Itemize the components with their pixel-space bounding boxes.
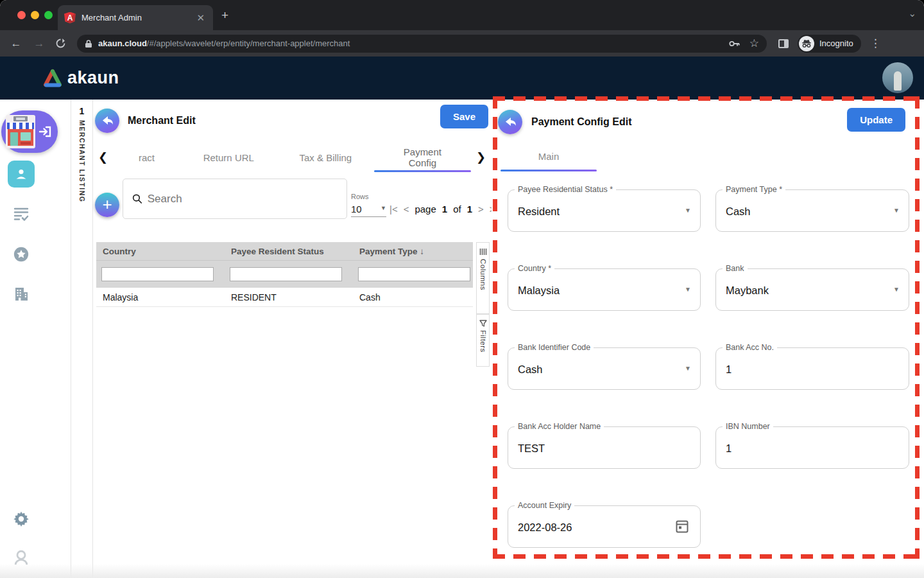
- filters-toggle[interactable]: Filters: [476, 314, 490, 367]
- columns-toggle[interactable]: Columns: [476, 242, 490, 314]
- sidebar-item-profile[interactable]: [13, 549, 30, 566]
- rows-dropdown-icon: ▼: [381, 205, 386, 211]
- tab-main[interactable]: Main: [501, 146, 597, 171]
- browser-toolbar: ← → akaun.cloud/#/applets/wavelet/erp/en…: [0, 30, 924, 57]
- address-bar[interactable]: akaun.cloud/#/applets/wavelet/erp/entity…: [77, 35, 767, 53]
- column-country[interactable]: Country: [96, 247, 225, 256]
- person-icon: [14, 167, 28, 181]
- app-content: 1 MERCHANT LISTING Merchant Edit Save ❮ …: [0, 100, 924, 578]
- add-record-button[interactable]: +: [95, 193, 119, 217]
- current-page: 1: [442, 204, 447, 215]
- search-box[interactable]: [123, 179, 347, 219]
- active-tab-underline: [501, 170, 597, 171]
- filter-payee-status-input[interactable]: [230, 267, 342, 281]
- table-header-row: Country Payee Resident Status Payment Ty…: [96, 242, 473, 261]
- tab-close-icon[interactable]: ✕: [194, 12, 207, 24]
- tab-return-url[interactable]: Return URL: [180, 143, 277, 172]
- first-page-button[interactable]: |<: [389, 204, 398, 215]
- incognito-badge: Incognito: [798, 35, 861, 53]
- save-button[interactable]: Save: [440, 105, 488, 128]
- browser-tab[interactable]: A Merchant Admin ✕: [58, 5, 213, 30]
- tab-tax-billing[interactable]: Tax & Billing: [277, 143, 374, 172]
- browser-menu-icon[interactable]: ⋮: [870, 37, 881, 50]
- cell-payment-type: Cash: [353, 292, 473, 302]
- rows-label: Rows: [351, 193, 369, 200]
- field-bank-acc-no[interactable]: Bank Acc No. 1: [715, 347, 909, 390]
- payment-config-form: Payee Residential Status * Resident ▼ Pa…: [508, 189, 909, 548]
- enter-applet-icon: [38, 124, 53, 139]
- table-row[interactable]: Malaysia RESIDENT Cash: [96, 288, 473, 307]
- tab-payment-config[interactable]: Payment Config: [374, 143, 471, 172]
- prev-page-button[interactable]: <: [404, 204, 409, 215]
- tab-contract[interactable]: ract: [113, 143, 180, 172]
- sidebar-item-organization[interactable]: [13, 286, 30, 302]
- active-tab-underline: [374, 170, 471, 172]
- column-payee-resident-status[interactable]: Payee Resident Status: [225, 247, 353, 256]
- search-input[interactable]: [148, 193, 338, 206]
- total-pages: 1: [467, 204, 472, 215]
- calendar-icon[interactable]: [676, 519, 689, 533]
- back-arrow-icon: [101, 115, 114, 127]
- tabs-scroll-right-icon[interactable]: ❯: [471, 150, 491, 164]
- search-icon: [132, 193, 142, 204]
- sidebar-item-tasks[interactable]: [13, 206, 30, 222]
- list-check-icon: [13, 206, 30, 222]
- active-applet-merchant[interactable]: [1, 110, 58, 153]
- applet-tab-label: MERCHANT LISTING: [78, 120, 86, 202]
- bookmark-star-icon[interactable]: ☆: [749, 39, 759, 48]
- rows-per-page: Rows 10▼: [351, 190, 386, 217]
- back-arrow-icon: [504, 116, 517, 128]
- tab-search-chevron-icon[interactable]: ⌄: [908, 8, 916, 19]
- next-page-button[interactable]: >: [478, 204, 484, 215]
- dropdown-arrow-icon: ▼: [893, 207, 900, 214]
- pagination: |< < page 1 of 1 > >|: [389, 204, 497, 215]
- rows-select[interactable]: 10▼: [351, 204, 386, 217]
- back-button[interactable]: ←: [9, 37, 23, 50]
- minimize-window-button[interactable]: [31, 11, 39, 19]
- field-bank-acc-holder-name[interactable]: Bank Acc Holder Name TEST: [508, 426, 701, 469]
- tabs-scroll-left-icon[interactable]: ❮: [93, 150, 113, 164]
- field-payee-residential-status[interactable]: Payee Residential Status * Resident ▼: [508, 189, 701, 232]
- dropdown-arrow-icon: ▼: [685, 286, 691, 293]
- sort-desc-icon: ↓: [420, 247, 424, 256]
- field-payment-type[interactable]: Payment Type * Cash ▼: [715, 189, 909, 232]
- back-button-payment-config[interactable]: [498, 110, 522, 134]
- update-button[interactable]: Update: [847, 108, 905, 132]
- field-bank[interactable]: Bank Maybank ▼: [715, 268, 909, 311]
- applet-tab-index: 1: [71, 106, 92, 116]
- new-tab-button[interactable]: +: [221, 9, 228, 21]
- merchant-edit-tabs: ❮ ract Return URL Tax & Billing Payment …: [93, 143, 491, 172]
- sidebar-item-favorites[interactable]: [13, 246, 30, 263]
- applet-tab-merchant-listing[interactable]: 1 MERCHANT LISTING: [71, 100, 93, 578]
- field-country[interactable]: Country * Malaysia ▼: [508, 268, 701, 311]
- sidebar-item-settings[interactable]: [13, 511, 30, 527]
- close-window-button[interactable]: [17, 11, 26, 19]
- column-payment-type[interactable]: Payment Type ↓: [353, 247, 473, 256]
- dropdown-arrow-icon: ▼: [893, 286, 900, 293]
- akaun-triangle-icon: [42, 69, 63, 88]
- shop-icon: [6, 115, 35, 148]
- field-ibn-number[interactable]: IBN Number 1: [715, 426, 909, 469]
- password-key-icon[interactable]: [729, 40, 740, 48]
- lock-icon: [85, 39, 92, 48]
- cell-country: Malaysia: [96, 292, 225, 302]
- cell-payee-status: RESIDENT: [225, 292, 353, 302]
- field-bank-identifier-code[interactable]: Bank Identifier Code Cash ▼: [508, 347, 701, 390]
- building-icon: [13, 286, 30, 302]
- person-outline-icon: [13, 548, 30, 566]
- forward-button[interactable]: →: [32, 37, 46, 50]
- of-word: of: [453, 204, 461, 215]
- sidebar-item-contacts[interactable]: [8, 161, 35, 188]
- merchant-edit-panel: Merchant Edit Save ❮ ract Return URL Tax…: [93, 100, 491, 578]
- user-avatar[interactable]: [882, 62, 913, 93]
- side-panel-icon[interactable]: [778, 39, 789, 48]
- back-button-merchant[interactable]: [95, 109, 119, 133]
- reload-button[interactable]: [55, 38, 69, 49]
- app-header: akaun: [0, 57, 924, 100]
- filter-payment-type-input[interactable]: [358, 267, 470, 281]
- zoom-window-button[interactable]: [44, 11, 53, 19]
- filter-country-input[interactable]: [101, 267, 214, 281]
- dropdown-arrow-icon: ▼: [685, 207, 691, 214]
- field-account-expiry[interactable]: Account Expiry 2022-08-26: [508, 505, 701, 548]
- panel-title: Merchant Edit: [128, 115, 196, 127]
